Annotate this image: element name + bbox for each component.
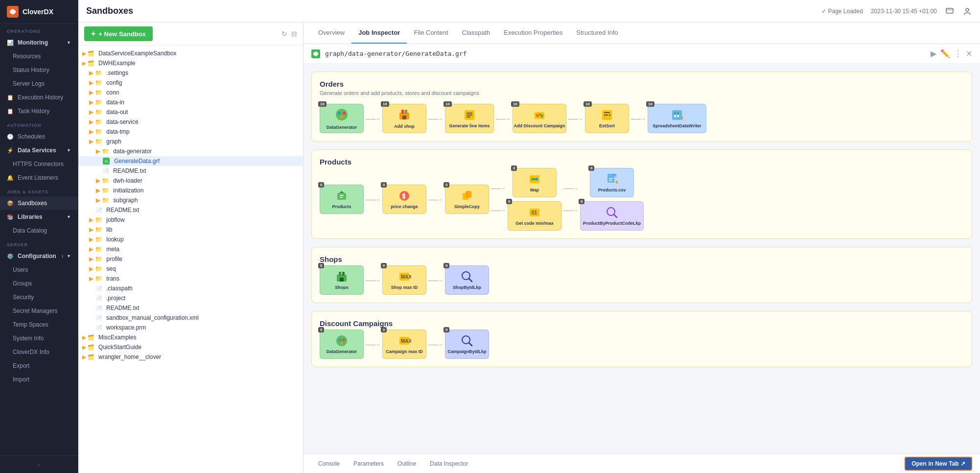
tree-item-settings[interactable]: ▶ 📁.settings — [78, 68, 303, 78]
tree-item-data-out[interactable]: ▶ 📁data-out — [78, 107, 303, 117]
sidebar-item-export[interactable]: Export — [0, 359, 78, 373]
tree-item-data-service[interactable]: ▶ 📁data-service — [78, 117, 303, 127]
node-box[interactable]: 0 CampaignByIdLkp — [445, 330, 489, 359]
tree-item-quick-start[interactable]: ▶ 🗂️QuickStartGuide — [78, 342, 303, 352]
tree-item-initialization[interactable]: ▶ 📁initialization — [78, 186, 303, 195]
tree-item-jobflow[interactable]: ▶ 📁jobflow — [78, 215, 303, 225]
node-get-code[interactable]: 0 01 Get code min/max — [508, 201, 561, 231]
tree-item-workspace-prm[interactable]: 📄workspace.prm — [78, 323, 303, 332]
node-spreadsheet-writer[interactable]: 10 SpreadsheetDataWriter — [648, 104, 706, 133]
tree-item-seq[interactable]: ▶ 📁seq — [78, 264, 303, 274]
user-icon[interactable] — [962, 6, 972, 16]
node-campaign-by-id-lkp[interactable]: 0 CampaignByIdLkp — [445, 330, 489, 359]
node-box[interactable]: 0 Map — [513, 168, 557, 197]
node-box[interactable]: 10 ExtSort — [585, 104, 629, 133]
tree-item-wrangler-home[interactable]: ▶ 🗂️wrangler_home__clover — [78, 352, 303, 362]
close-icon[interactable]: ✕ — [966, 49, 972, 58]
tree-item-lookup[interactable]: ▶ 📁lookup — [78, 235, 303, 244]
node-gen-line-items[interactable]: 10 Generate line items — [445, 104, 494, 133]
refresh-icon[interactable]: ↻ — [281, 30, 287, 38]
collapse-tree-icon[interactable]: ⊟ — [291, 30, 297, 38]
sidebar-item-groups[interactable]: Groups — [0, 277, 78, 290]
node-box[interactable]: 10 Add Discount Campaign — [513, 104, 566, 133]
node-box[interactable]: 0 MAX Shop max ID — [382, 265, 426, 295]
node-add-discount[interactable]: 10 Add Discount Campaign — [513, 104, 566, 133]
node-box[interactable]: 0 MAX Campaign max ID — [382, 330, 426, 359]
notifications-icon[interactable] — [945, 6, 955, 16]
tree-item-project[interactable]: 📄.project — [78, 293, 303, 303]
bottom-tab-parameters[interactable]: Parameters — [347, 456, 391, 471]
sidebar-item-status-history[interactable]: Status History — [0, 63, 78, 77]
tree-item-data-generator[interactable]: ▶ 📁data-generator — [78, 146, 303, 156]
node-box[interactable]: 10 SpreadsheetDataWriter — [648, 104, 706, 133]
tab-structured-info[interactable]: Structured Info — [569, 23, 625, 44]
tree-item-generate-data-grf[interactable]: GGenerateData.grf — [78, 156, 303, 166]
node-data-generator-1[interactable]: 10 DataGenerator — [320, 104, 364, 133]
tab-file-content[interactable]: File Content — [407, 23, 455, 44]
node-box[interactable]: 0 SimpleCopy — [445, 185, 489, 214]
tree-item-dwh-example[interactable]: ▶ 🗂️DWHExample — [78, 58, 303, 68]
bottom-tab-outline[interactable]: Outline — [391, 456, 423, 471]
tree-item-misc-examples[interactable]: ▶ 🗂️MiscExamples — [78, 332, 303, 342]
node-box[interactable]: 0 ShopByIdLkp — [445, 265, 489, 295]
sidebar-item-execution-history[interactable]: 📋 Execution History — [0, 91, 78, 104]
node-products-src[interactable]: 0 Products — [320, 185, 364, 214]
sidebar-item-configuration[interactable]: ⚙️ Configuration ▼ — [0, 249, 78, 263]
sidebar-item-server-logs[interactable]: Server Logs — [0, 77, 78, 91]
tree-item-readme-txt-2[interactable]: 📄README.txt — [78, 205, 303, 215]
node-box[interactable]: 0 Products — [320, 185, 364, 214]
node-price-change[interactable]: 0 $ price change — [382, 185, 426, 214]
tree-item-readme-txt-3[interactable]: 📄README.txt — [78, 303, 303, 313]
node-add-shop[interactable]: 10 Add shop — [382, 104, 426, 133]
sidebar-item-event-listeners[interactable]: 🔔 Event Listeners — [0, 171, 78, 185]
node-box[interactable]: 10 Generate line items — [445, 104, 494, 133]
node-shops-src[interactable]: 0 Shops — [320, 265, 364, 295]
sidebar-item-monitoring[interactable]: 📊 Monitoring ▼ — [0, 36, 78, 49]
tree-item-graph[interactable]: ▶ 📁graph — [78, 137, 303, 146]
node-box[interactable]: 0 Shops — [320, 265, 364, 295]
sidebar-item-libraries[interactable]: 📚 Libraries ▼ — [0, 210, 78, 224]
tree-item-datasvc-sandbox[interactable]: ▶ 🗂️DataServiceExampleSandbox — [78, 48, 303, 58]
bottom-tab-data-inspector[interactable]: Data Inspector — [423, 456, 475, 471]
node-extsort[interactable]: 10 ExtSort — [585, 104, 629, 133]
tree-item-readme-txt-1[interactable]: 📄README.txt — [78, 166, 303, 176]
sidebar-item-sandboxes[interactable]: 📦 Sandboxes — [0, 196, 78, 210]
node-box[interactable]: 0 01 Get code min/max — [508, 201, 561, 231]
node-box[interactable]: 0 ProductByProductCodeLkp — [580, 201, 644, 231]
edit-icon[interactable]: ✏️ — [940, 49, 950, 58]
sidebar-item-task-history[interactable]: 📋 Task History — [0, 104, 78, 118]
tree-item-sandbox-xml[interactable]: 📄sandbox_manual_configuration.xml — [78, 313, 303, 323]
node-box[interactable]: 10 Add shop — [382, 104, 426, 133]
node-products-csv[interactable]: 0 Products.csv — [580, 168, 644, 197]
sidebar-collapse-button[interactable]: ‹ — [0, 455, 78, 473]
tree-item-classpath[interactable]: 📄.classpath — [78, 284, 303, 293]
run-icon[interactable]: ▶ — [931, 49, 936, 58]
node-box[interactable]: 0 $ price change — [382, 185, 426, 214]
sidebar-item-data-services[interactable]: ⚡ Data Services ▼ — [0, 143, 78, 157]
sidebar-item-data-catalog[interactable]: Data Catalog — [0, 224, 78, 237]
sidebar-item-schedules[interactable]: 🕐 Schedules — [0, 130, 78, 143]
tree-item-config[interactable]: ▶ 📁config — [78, 78, 303, 88]
tab-classpath[interactable]: Classpath — [455, 23, 497, 44]
tree-item-lib[interactable]: ▶ 📁lib — [78, 225, 303, 235]
sidebar-item-import[interactable]: Import — [0, 373, 78, 386]
sidebar-item-resources[interactable]: Resources — [0, 49, 78, 63]
tree-item-profile[interactable]: ▶ 📁profile — [78, 254, 303, 264]
node-campaign-max-id[interactable]: 0 MAX Campaign max ID — [382, 330, 426, 359]
node-box[interactable]: 0 Products.csv — [590, 168, 634, 197]
node-product-by-code[interactable]: 0 ProductByProductCodeLkp — [580, 201, 644, 231]
sidebar-item-temp-spaces[interactable]: Temp Spaces — [0, 318, 78, 331]
tab-execution-properties[interactable]: Execution Properties — [497, 23, 569, 44]
tree-item-dwh-loader[interactable]: ▶ 📁dwh-loader — [78, 176, 303, 186]
tree-item-data-in[interactable]: ▶ 📁data-in — [78, 97, 303, 107]
bottom-tab-console[interactable]: Console — [311, 456, 347, 471]
tree-item-conn[interactable]: ▶ 📁conn — [78, 88, 303, 97]
new-sandbox-button[interactable]: + + New Sandbox — [84, 26, 153, 41]
node-data-gen-dc[interactable]: 0 DataGenerator — [320, 330, 364, 359]
sidebar-item-https-connectors[interactable]: HTTPS Connectors — [0, 157, 78, 171]
tree-item-trans[interactable]: ▶ 📁trans — [78, 274, 303, 284]
more-icon[interactable]: ⋮ — [954, 49, 962, 58]
sidebar-item-security[interactable]: Security — [0, 290, 78, 304]
node-simple-copy[interactable]: 0 SimpleCopy — [445, 185, 489, 214]
tree-item-meta[interactable]: ▶ 📁meta — [78, 244, 303, 254]
